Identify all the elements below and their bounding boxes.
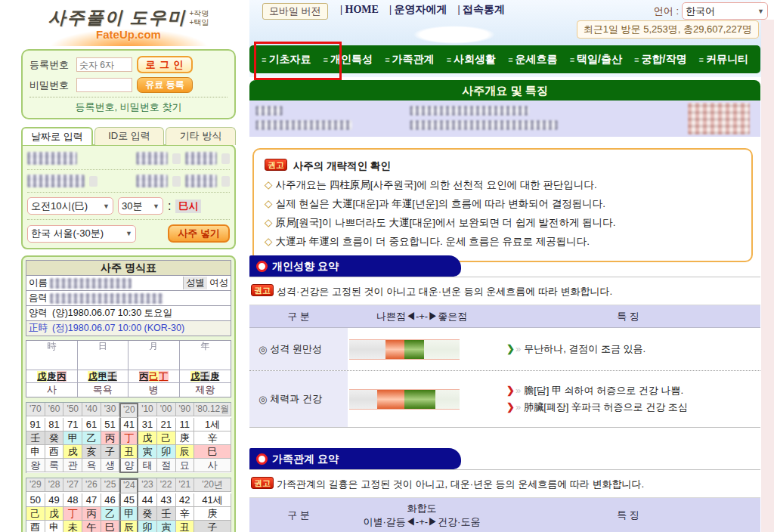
yeonun-stem-cell[interactable]: 乙 <box>101 507 120 521</box>
daeun-year-cell[interactable]: '10 <box>138 403 157 416</box>
language-select[interactable]: 한국어▼ <box>682 2 768 20</box>
daeun-stem-cell[interactable]: 乙 <box>82 431 101 445</box>
daeun-year-cell[interactable]: '30 <box>101 403 120 416</box>
yeonun-branch-cell[interactable]: 丑 <box>176 521 195 532</box>
nav-item-가족관계[interactable]: ≡가족관계 <box>385 53 434 66</box>
yeonun-year-cell[interactable]: '25 <box>101 478 120 492</box>
daeun-stem-cell[interactable]: 辛 <box>194 431 231 445</box>
daeun-branch-cell[interactable]: 巳 <box>194 445 231 459</box>
yeonun-year-cell[interactable]: '29 <box>26 478 45 492</box>
paid-register-button[interactable]: 유료 등록 <box>137 77 193 93</box>
yeonun-age-cell: 43 <box>157 493 176 507</box>
yeonun-year-cell[interactable]: '22 <box>157 478 176 492</box>
yeonun-branch-cell[interactable]: 卯 <box>138 521 157 532</box>
timezone-select[interactable]: 한국 서울(-30분)▼ <box>27 225 136 243</box>
tab-other[interactable]: 기타 방식 <box>166 127 236 145</box>
login-button[interactable]: 로 그 인 <box>137 56 193 73</box>
redacted-date-field[interactable] <box>27 175 85 187</box>
daeun-branch-cell[interactable]: 亥 <box>82 445 101 459</box>
yeonun-branch-cell[interactable]: 辰 <box>119 521 138 532</box>
advisory-box: 권고 사주의 개략적인 확인 ◇사주개요는 四柱原局[사주원국]에 의한 선천적… <box>252 148 753 262</box>
yeonun-year-cell[interactable]: '28 <box>45 478 64 492</box>
submit-saju-button[interactable]: 사주 넣기 <box>168 224 230 243</box>
daeun-stem-cell[interactable]: 庚 <box>176 431 195 445</box>
daeun-branch-cell[interactable]: 酉 <box>45 445 64 459</box>
daeun-year-cell[interactable]: '40 <box>82 403 101 416</box>
yeonun-year-cell[interactable]: '26 <box>82 478 101 492</box>
yeonun-branch-cell[interactable]: 子 <box>194 521 231 532</box>
daeun-branch-cell[interactable]: 申 <box>26 445 45 459</box>
yeonun-branch-cell[interactable]: 申 <box>45 521 64 532</box>
nav-item-택일/출산[interactable]: ≡택일/출산 <box>570 53 622 66</box>
nav-item-커뮤니티[interactable]: ≡커뮤니티 <box>698 53 748 66</box>
daeun-stem-cell[interactable]: 丁 <box>119 431 138 445</box>
redacted-date-field[interactable] <box>136 175 168 187</box>
divider <box>27 192 230 193</box>
yeonun-branch-cell[interactable]: 午 <box>82 521 101 532</box>
top-link-운영자에게[interactable]: | 운영자에게 <box>389 4 447 15</box>
redacted-date-field[interactable] <box>27 152 77 165</box>
yeonun-stem-cell[interactable]: 辛 <box>176 507 195 521</box>
field-stub <box>172 153 181 164</box>
daeun-branch-cell[interactable]: 寅 <box>138 445 157 459</box>
mobile-version-button[interactable]: 모바일 버전 <box>262 3 328 20</box>
find-credentials-link[interactable]: 등록번호, 비밀번호 찾기 <box>29 97 228 114</box>
nav-item-궁합/작명[interactable]: ≡궁합/작명 <box>634 53 686 66</box>
top-link-HOME[interactable]: | HOME <box>340 4 379 15</box>
daeun-branch-cell[interactable]: 卯 <box>157 445 176 459</box>
yeonun-stem-cell[interactable]: 丙 <box>82 507 101 521</box>
daeun-branch-cell[interactable]: 戌 <box>63 445 82 459</box>
daeun-year-cell[interactable]: '00 <box>157 403 176 416</box>
site-logo[interactable]: 사주풀이 도우미 +작명 +택일 <box>21 6 236 29</box>
daeun-stem-cell[interactable]: 癸 <box>45 431 64 445</box>
yeonun-year-cell[interactable]: '24 <box>119 478 138 493</box>
redacted-date-field[interactable] <box>136 152 168 165</box>
jeongsi-value[interactable]: (정)1980.06.07 10:00 (KOR-30) <box>50 322 187 335</box>
minute-select[interactable]: 30분▼ <box>118 197 163 215</box>
daeun-stem-cell[interactable]: 己 <box>157 431 176 445</box>
tab-by-date[interactable]: 날짜로 입력 <box>21 127 93 145</box>
daeun-year-cell[interactable]: '20 <box>119 403 138 418</box>
daeun-year-cell[interactable]: '80.12월 <box>194 403 231 416</box>
daeun-year-cell[interactable]: '70 <box>26 403 45 416</box>
redacted-date-field[interactable] <box>185 152 217 165</box>
daeun-branch-cell[interactable]: 丑 <box>119 445 138 459</box>
yeonun-year-cell[interactable]: '27 <box>63 478 82 492</box>
daeun-age-cell: 61 <box>82 418 101 431</box>
redacted-date-field[interactable] <box>185 175 217 187</box>
yeonun-stem-cell[interactable]: 戊 <box>45 507 64 521</box>
yeonun-branch-cell[interactable]: 未 <box>63 521 82 532</box>
yeonun-year-cell[interactable]: '20년 <box>194 478 231 492</box>
yeonun-stem-cell[interactable]: 庚 <box>194 507 231 521</box>
top-links: | HOME| 운영자에게| 접속통계 <box>340 3 515 17</box>
yeonun-year-cell[interactable]: '21 <box>176 478 195 492</box>
top-link-접속통계[interactable]: | 접속통계 <box>458 4 506 15</box>
hidden-stems: 戊壬庚 <box>180 370 231 382</box>
yeonun-branch-cell[interactable]: 寅 <box>157 521 176 532</box>
tab-by-id[interactable]: ID로 입력 <box>94 127 165 145</box>
daeun-stem-cell[interactable]: 甲 <box>63 431 82 445</box>
daeun-branch-cell[interactable]: 子 <box>101 445 120 459</box>
yeonun-stem-cell[interactable]: 丁 <box>63 507 82 521</box>
yeonun-stem-cell[interactable]: 甲 <box>119 507 138 521</box>
summary-row: ◎성격 원만성❯»무난하나, 결점이 조금 있음. <box>249 328 760 370</box>
registration-number-input[interactable] <box>76 57 132 72</box>
password-input[interactable] <box>76 78 132 92</box>
daeun-stem-cell[interactable]: 戊 <box>138 431 157 445</box>
daeun-stem-cell[interactable]: 丙 <box>101 431 120 445</box>
yeonun-stem-cell[interactable]: 壬 <box>157 507 176 521</box>
yeonun-year-cell[interactable]: '23 <box>138 478 157 492</box>
yeonun-stem-cell[interactable]: 癸 <box>138 507 157 521</box>
yeonun-branch-cell[interactable]: 巳 <box>101 521 120 532</box>
daeun-year-cell[interactable]: '50 <box>63 403 82 416</box>
yeonun-branch-cell[interactable]: 酉 <box>26 521 45 532</box>
nav-item-사회생활[interactable]: ≡사회생활 <box>447 53 496 66</box>
yeonun-stem-cell[interactable]: 己 <box>26 507 45 521</box>
nav-item-운세흐름[interactable]: ≡운세흐름 <box>508 53 557 66</box>
myeongsik-box: 사주 명식표 이름 성별 여성 음력 양력 (양)1980.06.07 10:3… <box>21 255 236 532</box>
daeun-branch-cell[interactable]: 辰 <box>176 445 195 459</box>
daeun-year-cell[interactable]: '60 <box>45 403 64 416</box>
daeun-year-cell[interactable]: '90 <box>176 403 195 416</box>
hour-select[interactable]: 오전10시(巳)▼ <box>27 197 113 215</box>
daeun-stem-cell[interactable]: 壬 <box>26 431 45 445</box>
